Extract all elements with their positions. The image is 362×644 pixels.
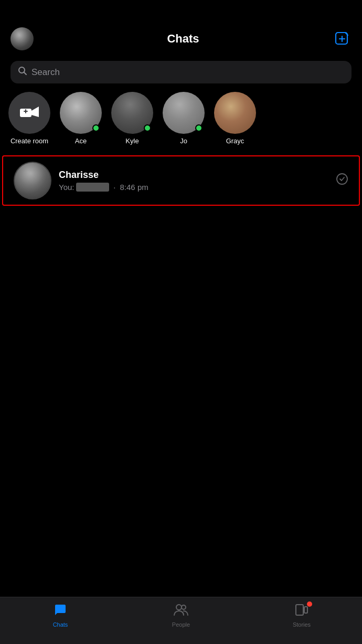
search-bar[interactable]: Search bbox=[10, 61, 352, 83]
chat-preview-blurred bbox=[76, 183, 109, 192]
chats-icon bbox=[53, 603, 68, 619]
svg-rect-13 bbox=[304, 607, 307, 613]
page-title: Chats bbox=[34, 32, 333, 46]
search-placeholder: Search bbox=[31, 67, 60, 78]
stories-icon bbox=[294, 603, 309, 619]
self-avatar[interactable] bbox=[10, 27, 34, 50]
chat-time: 8:46 pm bbox=[120, 183, 148, 192]
svg-point-11 bbox=[182, 605, 186, 609]
svg-marker-6 bbox=[31, 107, 39, 117]
chat-item-charisse[interactable]: Charisse You: · 8:46 pm bbox=[2, 155, 360, 206]
chat-info-charisse: Charisse You: · 8:46 pm bbox=[59, 170, 328, 192]
chat-preview-charisse: You: · 8:46 pm bbox=[59, 183, 328, 192]
svg-rect-12 bbox=[296, 605, 303, 615]
compose-button[interactable] bbox=[333, 29, 352, 48]
bottom-nav: Chats People Stories bbox=[0, 597, 362, 644]
story-item-ace[interactable]: Ace bbox=[60, 92, 102, 145]
online-indicator-kyle bbox=[144, 124, 151, 132]
chat-name-charisse: Charisse bbox=[59, 170, 328, 181]
chat-avatar-charisse bbox=[14, 162, 51, 199]
story-label-ace: Ace bbox=[75, 137, 87, 145]
story-label-grayc: Grayc bbox=[226, 137, 244, 145]
chat-list: Charisse You: · 8:46 pm bbox=[0, 155, 362, 206]
header: Chats bbox=[0, 0, 362, 57]
story-item-create-room[interactable]: Create room bbox=[8, 92, 50, 145]
story-item-jo[interactable]: Jo bbox=[163, 92, 205, 145]
stories-row: Create room Ace Kyle Jo Grayc bbox=[0, 92, 362, 155]
story-label-kyle: Kyle bbox=[125, 137, 139, 145]
chat-preview-prefix: You: bbox=[59, 183, 74, 192]
svg-line-4 bbox=[24, 72, 27, 75]
svg-point-9 bbox=[337, 174, 347, 184]
nav-label-stories: Stories bbox=[293, 621, 311, 628]
story-item-kyle[interactable]: Kyle bbox=[111, 92, 153, 145]
chat-separator: · bbox=[111, 183, 118, 192]
chat-read-indicator bbox=[336, 173, 348, 188]
svg-rect-8 bbox=[25, 109, 26, 113]
nav-item-chats[interactable]: Chats bbox=[0, 603, 121, 628]
nav-label-chats: Chats bbox=[53, 621, 68, 628]
people-icon bbox=[173, 603, 189, 619]
create-room-avatar bbox=[8, 92, 50, 134]
story-item-grayc[interactable]: Grayc bbox=[214, 92, 256, 145]
nav-item-people[interactable]: People bbox=[121, 603, 241, 628]
nav-label-people: People bbox=[172, 621, 190, 628]
nav-item-stories[interactable]: Stories bbox=[241, 603, 362, 628]
story-avatar-grayc bbox=[214, 92, 256, 134]
story-label-jo: Jo bbox=[180, 137, 187, 145]
online-indicator-ace bbox=[92, 124, 100, 132]
create-room-icon bbox=[20, 105, 39, 120]
online-indicator-jo bbox=[195, 124, 203, 132]
story-label-create-room: Create room bbox=[10, 137, 48, 145]
svg-point-10 bbox=[176, 605, 182, 610]
search-icon bbox=[18, 66, 27, 78]
